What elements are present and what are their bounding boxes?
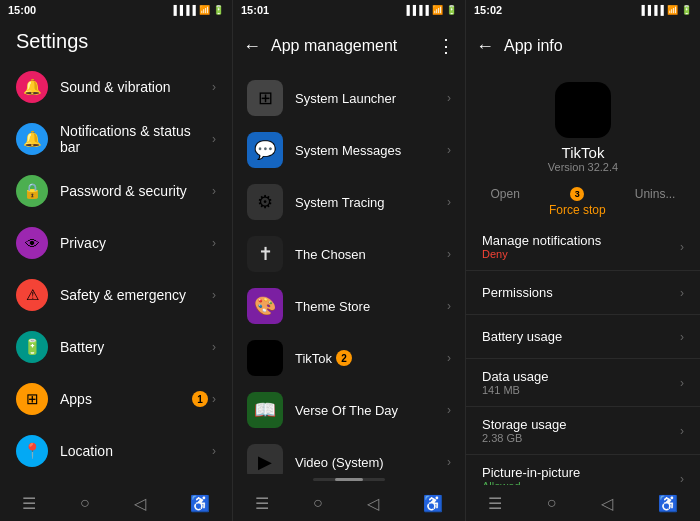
storage-sub: 2.38 GB [482,432,680,444]
app-icon-sys-launcher: ⊞ [247,80,283,116]
nav-bar-3: ☰ ○ ◁ ♿ [466,485,700,521]
menu-icon-1[interactable]: ☰ [22,494,36,513]
perm-content: Permissions [482,285,680,300]
battery-icon-3: 🔋 [681,5,692,15]
settings-item-sound[interactable]: 🔔 Sound & vibration › [0,61,232,113]
storage-content: Storage usage 2.38 GB [482,417,680,444]
location-arrow: › [212,444,216,458]
settings-item-location[interactable]: 📍 Location › [0,425,232,477]
battery-nav-icon: 🔋 [16,331,48,363]
settings-item-password[interactable]: 🔒 Password & security › [0,165,232,217]
uninstall-button[interactable]: Unins... [635,187,676,217]
sound-arrow: › [212,80,216,94]
app-item-the-chosen[interactable]: ✝ The Chosen › [233,228,465,280]
time-3: 15:02 [474,4,502,16]
wifi-icon: 📶 [199,5,210,15]
app-icon-video-sys: ▶ [247,444,283,474]
info-item-pip[interactable]: Picture-in-picture Allowed › [466,455,700,485]
app-icon-verse: 📖 [247,392,283,428]
apps-badge: 1 [192,391,208,407]
force-stop-badge: 3 [570,187,584,201]
info-item-manage-notif[interactable]: Manage notifications Deny › [466,223,700,271]
app-info-header: ← App info [466,20,700,72]
app-item-theme-store[interactable]: 🎨 Theme Store › [233,280,465,332]
app-item-tiktok[interactable]: ♪ TikTok 2 › [233,332,465,384]
status-icons-1: ▐▐▐▐ 📶 🔋 [170,5,224,15]
apps-arrow: › [212,392,216,406]
settings-item-special[interactable]: ✦ Special features › [0,477,232,485]
app-info-panel: 15:02 ▐▐▐▐ 📶 🔋 ← App info ♪ TikTok Versi… [466,0,700,521]
perm-title: Permissions [482,285,680,300]
app-mgmt-title: App management [271,37,437,55]
battery-arrow: › [212,340,216,354]
notif-arrow: › [212,132,216,146]
back-button-3[interactable]: ← [476,36,494,57]
nav-bar-1: ☰ ○ ◁ ♿ [0,485,232,521]
back-icon-1[interactable]: ◁ [134,494,146,513]
app-name-tiktok: TikTok [295,351,332,366]
settings-item-safety[interactable]: ⚠ Safety & emergency › [0,269,232,321]
status-icons-3: ▐▐▐▐ 📶 🔋 [638,5,692,15]
notif-content: Manage notifications Deny [482,233,680,260]
notif-title: Manage notifications [482,233,680,248]
time-2: 15:01 [241,4,269,16]
battery-usage-title: Battery usage [482,329,680,344]
app-item-verse[interactable]: 📖 Verse Of The Day › [233,384,465,436]
notif-icon: 🔔 [16,123,48,155]
app-arrow-sys-launcher: › [447,91,451,105]
tiktok-badge: 2 [336,350,352,366]
home-icon-2[interactable]: ○ [313,494,323,512]
back-button-2[interactable]: ← [243,36,261,57]
force-stop-button[interactable]: 3 Force stop [549,187,606,217]
access-icon-1[interactable]: ♿ [190,494,210,513]
settings-item-notifications[interactable]: 🔔 Notifications & status bar › [0,113,232,165]
privacy-arrow: › [212,236,216,250]
app-item-sys-launcher[interactable]: ⊞ System Launcher › [233,72,465,124]
home-icon-1[interactable]: ○ [80,494,90,512]
settings-item-apps[interactable]: ⊞ Apps 1 › [0,373,232,425]
app-info-title: App info [504,37,690,55]
apps-label: Apps [60,391,192,407]
app-arrow-the-chosen: › [447,247,451,261]
app-name-wrap-sys-launcher: System Launcher [295,91,447,106]
app-arrow-sys-messages: › [447,143,451,157]
app-arrow-verse: › [447,403,451,417]
app-name-sys-tracing: System Tracing [295,195,385,210]
signal-icon-2: ▐▐▐▐ [403,5,429,15]
info-item-storage-usage[interactable]: Storage usage 2.38 GB › [466,407,700,455]
info-item-battery-usage[interactable]: Battery usage › [466,315,700,359]
menu-icon-2[interactable]: ☰ [255,494,269,513]
app-name-video-sys: Video (System) [295,455,384,470]
app-name-wrap-the-chosen: The Chosen [295,247,447,262]
pip-content: Picture-in-picture Allowed [482,465,680,485]
app-list: ⊞ System Launcher › 💬 System Messages › … [233,72,465,474]
app-item-sys-messages[interactable]: 💬 System Messages › [233,124,465,176]
battery-usage-content: Battery usage [482,329,680,344]
data-usage-arrow: › [680,376,684,390]
back-icon-3[interactable]: ◁ [601,494,613,513]
settings-item-battery[interactable]: 🔋 Battery › [0,321,232,373]
settings-item-privacy[interactable]: 👁 Privacy › [0,217,232,269]
app-name-wrap-sys-tracing: System Tracing [295,195,447,210]
access-icon-3[interactable]: ♿ [658,494,678,513]
tiktok-app-icon: ♪ [555,82,611,138]
menu-icon-3[interactable]: ☰ [488,494,502,513]
more-button-2[interactable]: ⋮ [437,35,455,57]
open-button[interactable]: Open [491,187,520,217]
data-usage-content: Data usage 141 MB [482,369,680,396]
safety-icon: ⚠ [16,279,48,311]
app-arrow-video-sys: › [447,455,451,469]
settings-list: 🔔 Sound & vibration › 🔔 Notifications & … [0,61,232,485]
info-item-data-usage[interactable]: Data usage 141 MB › [466,359,700,407]
app-item-video-sys[interactable]: ▶ Video (System) › [233,436,465,474]
privacy-label: Privacy [60,235,212,251]
home-icon-3[interactable]: ○ [547,494,557,512]
action-buttons: Open 3 Force stop Unins... [466,181,700,223]
app-item-sys-tracing[interactable]: ⚙ System Tracing › [233,176,465,228]
back-icon-2[interactable]: ◁ [367,494,379,513]
app-arrow-theme-store: › [447,299,451,313]
access-icon-2[interactable]: ♿ [423,494,443,513]
app-icon-tiktok: ♪ [247,340,283,376]
status-bar-1: 15:00 ▐▐▐▐ 📶 🔋 [0,0,232,20]
info-item-permissions[interactable]: Permissions › [466,271,700,315]
